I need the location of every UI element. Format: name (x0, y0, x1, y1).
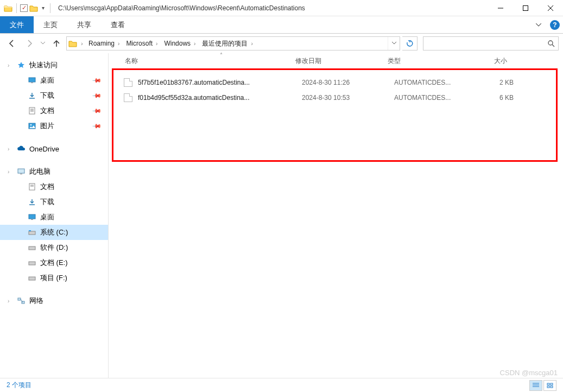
maximize-button[interactable] (513, 0, 538, 16)
breadcrumb-windows[interactable]: Windows› (161, 37, 199, 50)
view-details-button[interactable] (529, 380, 542, 391)
address-dropdown-icon[interactable] (388, 37, 400, 50)
file-row[interactable]: 5f7b5f1e01b83767.automaticDestina... 202… (109, 75, 563, 90)
file-row[interactable]: f01b4d95cf55d32a.automaticDestina... 202… (109, 90, 563, 105)
drive-icon (27, 230, 37, 235)
sidebar-onedrive[interactable]: › OneDrive (0, 141, 108, 156)
sidebar-item-label: 下载 (40, 197, 54, 207)
qat-dropdown-icon[interactable]: ▾ (40, 5, 47, 11)
sidebar-drive-c[interactable]: 系统 (C:) (0, 225, 108, 240)
breadcrumb-roaming[interactable]: Roaming› (85, 37, 123, 50)
window-title: C:\Users\mscga\AppData\Roaming\Microsoft… (56, 4, 488, 12)
svg-rect-24 (29, 231, 35, 235)
sidebar-downloads[interactable]: 下载 📌 (0, 88, 108, 103)
download-icon (27, 198, 37, 206)
sidebar-pc-desktop[interactable]: 桌面 (0, 210, 108, 225)
sidebar-drive-e[interactable]: 文档 (E:) (0, 255, 108, 270)
minimize-button[interactable] (488, 0, 513, 16)
search-icon[interactable] (544, 40, 558, 47)
sidebar-item-label: 桌面 (40, 75, 54, 85)
sidebar-item-label: 系统 (C:) (40, 227, 68, 237)
qat-properties-icon[interactable]: ✓ (20, 4, 28, 12)
ribbon-file-tab[interactable]: 文件 (0, 16, 34, 33)
ribbon-tab-share[interactable]: 共享 (67, 16, 101, 33)
breadcrumb-recent[interactable]: 最近使用的项目› (199, 37, 256, 50)
sidebar-pictures[interactable]: 图片 📌 (0, 118, 108, 134)
breadcrumb-microsoft[interactable]: Microsoft› (123, 37, 161, 50)
desktop-icon (27, 214, 37, 220)
column-header-name[interactable]: 名称 (116, 56, 295, 66)
chevron-right-icon[interactable]: › (8, 169, 9, 175)
nav-history-dropdown[interactable] (39, 36, 47, 51)
qat-divider (16, 3, 17, 13)
search-box[interactable] (423, 36, 559, 50)
nav-forward-button[interactable] (22, 36, 37, 51)
sidebar-thispc[interactable]: › 此电脑 (0, 164, 108, 179)
navigation-pane[interactable]: › 快速访问 桌面 📌 下载 📌 文档 📌 图片 📌 › (0, 53, 109, 378)
desktop-icon (27, 77, 37, 84)
svg-rect-10 (29, 108, 35, 114)
chevron-right-icon[interactable]: › (8, 298, 9, 304)
svg-rect-8 (31, 83, 33, 83)
view-icons-button[interactable] (543, 380, 556, 391)
file-date: 2024-8-30 10:53 (302, 94, 394, 102)
sidebar-item-label: 文档 (40, 182, 54, 192)
ribbon-tab-home[interactable]: 主页 (34, 16, 67, 33)
search-input[interactable] (423, 40, 544, 47)
sidebar-pc-downloads[interactable]: 下载 (0, 194, 108, 210)
file-name: f01b4d95cf55d32a.automaticDestina... (138, 94, 302, 102)
svg-line-6 (552, 45, 554, 47)
chevron-right-icon[interactable]: › (8, 62, 9, 68)
sidebar-desktop[interactable]: 桌面 📌 (0, 73, 108, 88)
sidebar-quick-access[interactable]: › 快速访问 (0, 58, 108, 73)
ribbon-collapse-icon[interactable] (530, 16, 547, 33)
column-header-date[interactable]: 修改日期 (295, 56, 388, 66)
sidebar-item-label: 下载 (40, 91, 54, 100)
nav-up-button[interactable] (49, 36, 64, 51)
svg-rect-28 (29, 277, 35, 280)
refresh-button[interactable] (402, 36, 417, 50)
sidebar-network[interactable]: › 网络 (0, 293, 108, 308)
column-header-size[interactable]: 大小 (469, 56, 513, 66)
picture-icon (27, 123, 37, 129)
help-button[interactable]: ? (547, 16, 563, 33)
sidebar-drive-d[interactable]: 软件 (D:) (0, 240, 108, 255)
nav-back-button[interactable] (4, 36, 20, 51)
svg-point-5 (548, 41, 553, 45)
svg-rect-18 (29, 184, 35, 190)
svg-rect-37 (547, 386, 549, 388)
chevron-right-icon[interactable]: › (8, 146, 9, 152)
file-date: 2024-8-30 11:26 (302, 79, 394, 86)
file-list-pane[interactable]: ˄ 名称 修改日期 类型 大小 5f7b5f1e01b83767.automat… (109, 53, 563, 378)
svg-rect-27 (29, 262, 35, 265)
svg-rect-36 (551, 383, 553, 385)
qat-newfolder-icon[interactable] (29, 3, 39, 13)
sidebar-drive-f[interactable]: 项目 (F:) (0, 270, 108, 286)
column-header-type[interactable]: 类型 (388, 56, 469, 66)
address-root-chevron[interactable]: › (79, 41, 85, 47)
drive-icon (27, 245, 37, 250)
ribbon-tab-view[interactable]: 查看 (101, 16, 135, 33)
svg-rect-17 (20, 174, 22, 174)
sidebar-network-label: 网络 (29, 296, 43, 306)
close-button[interactable] (538, 0, 563, 16)
pin-icon: 📌 (91, 121, 102, 131)
svg-point-15 (30, 124, 32, 126)
sidebar-item-label: 软件 (D:) (40, 243, 68, 252)
svg-rect-23 (31, 219, 33, 220)
drive-icon (27, 260, 37, 265)
address-bar[interactable]: › Roaming› Microsoft› Windows› 最近使用的项目› (66, 36, 400, 50)
sidebar-item-label: 图片 (40, 121, 54, 131)
svg-rect-22 (29, 214, 35, 219)
svg-rect-16 (18, 169, 24, 173)
svg-rect-29 (18, 298, 21, 300)
app-folder-icon (3, 3, 13, 13)
sidebar-item-label: 文档 (E:) (40, 258, 68, 268)
file-type: AUTOMATICDES... (394, 79, 476, 86)
sidebar-pc-documents[interactable]: 文档 (0, 179, 108, 194)
drive-icon (27, 275, 37, 281)
pin-icon: 📌 (91, 75, 102, 85)
file-type: AUTOMATICDES... (394, 94, 476, 102)
sidebar-item-label: 文档 (40, 106, 54, 116)
sidebar-documents[interactable]: 文档 📌 (0, 103, 108, 118)
